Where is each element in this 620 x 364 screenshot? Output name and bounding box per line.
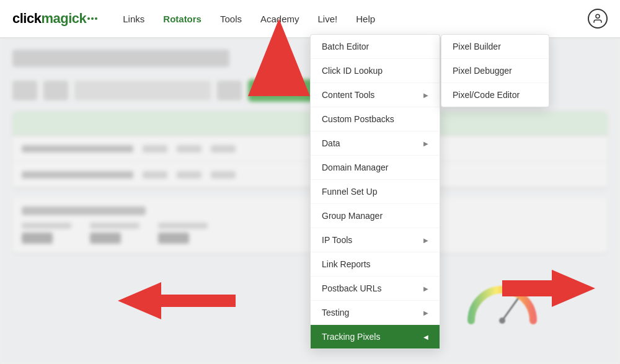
logo-click: click [12, 11, 41, 27]
ip-tools-arrow: ▶ [423, 237, 428, 244]
nav-help-item[interactable]: Help [356, 14, 375, 24]
dropdown-item-domain-manager[interactable]: Domain Manager [311, 156, 440, 180]
dropdown-item-batch-editor[interactable]: Batch Editor [311, 35, 440, 59]
dropdown-item-data[interactable]: Data ▶ [311, 131, 440, 156]
logo-dots [87, 17, 98, 20]
svg-point-1 [499, 317, 505, 324]
dropdown-item-custom-postbacks[interactable]: Custom Postbacks [311, 107, 440, 131]
nav-rotators-item[interactable]: Rotators [163, 14, 202, 24]
submenu-item-pixel-debugger[interactable]: Pixel Debugger [441, 59, 549, 83]
red-arrow-left [112, 276, 236, 326]
tools-dropdown: Batch Editor Click ID Lookup Content Too… [310, 34, 440, 349]
tracking-pixels-arrow: ◀ [423, 334, 428, 340]
dropdown-item-click-id-lookup[interactable]: Click ID Lookup [311, 59, 440, 83]
dropdown-item-testing[interactable]: Testing ▶ [311, 301, 440, 325]
nav-right [588, 9, 608, 29]
nav-links-item[interactable]: Links [123, 14, 144, 24]
dropdown-item-group-manager[interactable]: Group Manager [311, 204, 440, 228]
svg-marker-5 [118, 282, 236, 319]
dropdown-item-funnel-setup[interactable]: Funnel Set Up [311, 180, 440, 204]
data-arrow: ▶ [423, 140, 428, 147]
dropdown-item-tracking-pixels[interactable]: Tracking Pixels ◀ [311, 325, 440, 348]
postback-urls-arrow: ▶ [423, 285, 428, 292]
svg-point-2 [596, 14, 600, 18]
dropdown-item-link-reports[interactable]: Link Reports [311, 252, 440, 277]
submenu-item-pixel-builder[interactable]: Pixel Builder [441, 35, 549, 59]
logo-magick: magick [41, 11, 86, 27]
red-arrow-right [502, 267, 601, 310]
tracking-pixels-submenu: Pixel Builder Pixel Debugger Pixel/Code … [441, 34, 549, 107]
user-icon[interactable] [588, 9, 608, 29]
submenu-item-pixel-code-editor[interactable]: Pixel/Code Editor [441, 83, 549, 107]
dropdown-item-ip-tools[interactable]: IP Tools ▶ [311, 228, 440, 252]
nav-links: Links Rotators Tools Academy Live! Help [123, 14, 588, 24]
red-arrow-up [211, 0, 322, 99]
dropdown-item-content-tools[interactable]: Content Tools ▶ [311, 83, 440, 107]
svg-marker-6 [502, 270, 595, 307]
dropdown-item-postback-urls[interactable]: Postback URLs ▶ [311, 277, 440, 301]
logo[interactable]: clickmagick [12, 11, 98, 27]
content-tools-arrow: ▶ [423, 92, 428, 99]
testing-arrow: ▶ [423, 309, 428, 316]
